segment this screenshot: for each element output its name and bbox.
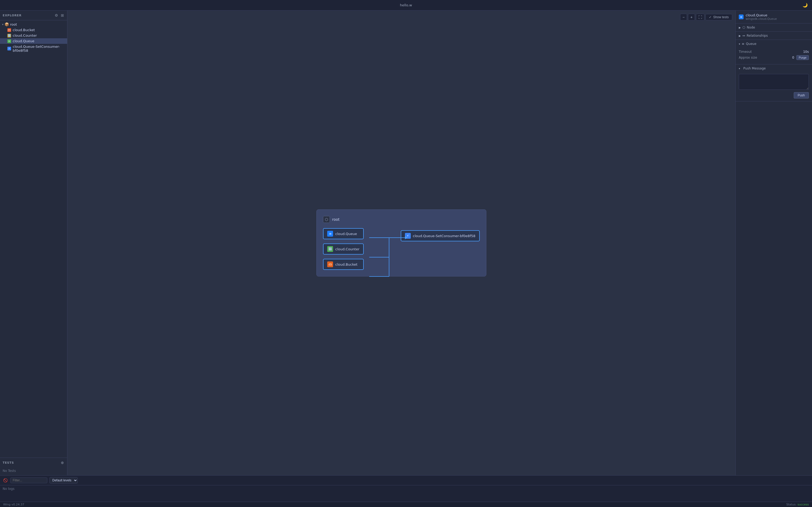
diagram-title: ⬡ root [323,216,479,223]
node-section-label: Node [747,25,755,29]
push-message-header[interactable]: ▾ Push Message [735,64,812,72]
node-consumer[interactable]: ⚡ cloud.Queue-SetConsumer-bf0e8f58 [401,230,480,241]
tree-item-queue-label: cloud.Queue [13,39,34,43]
top-bar: hello.w 🌙 [0,0,812,11]
bucket-node-label: cloud.Bucket [335,263,357,267]
canvas-diagram: ⬡ root [67,11,735,475]
bucket-icon: 🗃 [7,28,11,32]
explorer-settings-icon[interactable]: ⚙ [54,13,59,18]
queue-node-icon: ≡ [327,231,333,237]
consumer-node-icon: ⚡ [405,233,411,239]
show-tests-button[interactable]: ✓ Show tests [706,14,732,20]
app-title: hello.w [400,3,412,7]
log-content: No logs [0,485,812,502]
right-panel: ≡ cloud.Queue wingsdk.cloud.Queue ▶ ⬡ No… [735,11,812,475]
consumer-node-label: cloud.Queue-SetConsumer-bf0e8f58 [413,234,475,238]
bucket-node-icon: 🗃 [327,262,333,267]
tree-item-counter[interactable]: 🔢 cloud.Counter [0,33,67,38]
log-area: 🚫 Default levels No logs [0,475,812,502]
tree-root-item[interactable]: ▾ 📦 root [0,21,67,27]
relationships-section-header[interactable]: ▶ ↔ Relationships [735,32,812,40]
tests-add-icon[interactable]: ⊕ [60,460,64,465]
explorer-label: EXPLORER [3,14,22,17]
approx-size-value-row: 0 Purge [792,55,809,60]
fit-view-button[interactable]: ⛶ [696,14,704,20]
tree-item-consumer[interactable]: ⚡ cloud.Queue-SetConsumer-bf0e8f58 [0,44,67,53]
tree-item-consumer-label: cloud.Queue-SetConsumer-bf0e8f58 [13,45,65,53]
timeout-value: 10s [803,50,809,54]
zoom-out-button[interactable]: − [680,14,687,20]
tree-root-chevron: ▾ [2,23,3,26]
right-panel-title-group: cloud.Queue wingsdk.cloud.Queue [746,13,777,20]
tests-section: TESTS ⊕ No Tests [0,458,67,475]
no-tests-label: No Tests [0,467,67,475]
dark-mode-button[interactable]: 🌙 [803,3,808,8]
queue-section: ▾ ≡ Queue Timeout 10s Approx size 0 Purg… [735,40,812,64]
relationships-section: ▶ ↔ Relationships [735,32,812,40]
tree-root-icon: 📦 [4,22,9,26]
diagram-left-nodes: ≡ cloud.Queue 🔢 cloud.Counter 🗃 cloud.Bu… [323,228,363,270]
zoom-in-button[interactable]: + [688,14,695,20]
queue-icon: ≡ [7,39,11,43]
relationships-section-label: Relationships [747,34,768,38]
explorer-layout-icon[interactable]: ⊞ [60,13,64,18]
tests-label: TESTS [3,461,14,464]
sidebar: EXPLORER ⚙ ⊞ ▾ 📦 root 🗃 cloud.Bucket 🔢 c… [0,11,67,475]
consumer-wrapper: ⚡ cloud.Queue-SetConsumer-bf0e8f58 [364,228,480,270]
node-queue[interactable]: ≡ cloud.Queue [323,228,363,239]
queue-section-header[interactable]: ▾ ≡ Queue [735,40,812,48]
push-button[interactable]: Push [794,92,809,99]
relationships-chevron-icon: ▶ [739,34,741,37]
diagram-container: ⬡ root [316,209,486,277]
log-clear-button[interactable]: 🚫 [3,478,8,483]
node-counter[interactable]: 🔢 cloud.Counter [323,243,363,255]
log-toolbar: 🚫 Default levels [0,475,812,485]
diagram-wrapper: ≡ cloud.Queue 🔢 cloud.Counter 🗃 cloud.Bu… [323,228,479,270]
queue-section-content: Timeout 10s Approx size 0 Purge [735,48,812,64]
node-chevron-icon: ▶ [739,26,741,29]
diagram-root-label: root [332,217,339,222]
relationships-section-icon: ↔ [743,34,745,38]
tree-item-bucket[interactable]: 🗃 cloud.Bucket [0,27,67,33]
counter-node-label: cloud.Counter [335,247,359,251]
right-panel-title: cloud.Queue [746,13,777,17]
node-section-header[interactable]: ▶ ⬡ Node [735,23,812,32]
consumer-icon: ⚡ [7,47,11,50]
push-message-content: Push [735,72,812,101]
no-logs-label: No logs [3,487,14,491]
approx-size-label: Approx size [739,56,757,59]
timeout-label: Timeout [739,50,752,54]
right-panel-header: ≡ cloud.Queue wingsdk.cloud.Queue [735,11,812,23]
log-level-select[interactable]: Default levels [49,477,78,484]
queue-section-chevron-icon: ▾ [739,43,740,45]
tests-header[interactable]: TESTS ⊕ [0,458,67,467]
push-message-section: ▾ Push Message Push [735,64,812,101]
purge-button[interactable]: Purge [797,55,809,60]
status-label: Status: [786,503,797,506]
status-bar: Wing v0.24.37 Status: success [0,502,812,507]
status-value: success [798,503,809,506]
tree-item-bucket-label: cloud.Bucket [13,28,35,32]
push-message-label: Push Message [743,66,766,70]
counter-node-icon: 🔢 [327,246,333,252]
tree-root: ▾ 📦 root 🗃 cloud.Bucket 🔢 cloud.Counter … [0,20,67,54]
tree-item-counter-label: cloud.Counter [13,34,37,38]
explorer-header-icons: ⚙ ⊞ [54,13,64,18]
wing-version: Wing v0.24.37 [3,503,24,506]
queue-section-icon: ≡ [742,42,744,46]
log-filter-input[interactable] [10,477,47,483]
canvas-toolbar: − + ⛶ ✓ Show tests [680,14,732,20]
show-tests-icon: ✓ [709,15,712,19]
push-message-input[interactable] [739,74,809,90]
node-bucket[interactable]: 🗃 cloud.Bucket [323,259,363,270]
right-panel-subtitle: wingsdk.cloud.Queue [746,17,777,20]
counter-icon: 🔢 [7,34,11,38]
node-section: ▶ ⬡ Node [735,23,812,32]
right-panel-icon: ≡ [739,14,744,19]
queue-section-label: Queue [746,42,756,46]
approx-size-row: Approx size 0 Purge [739,55,809,60]
tree-item-queue[interactable]: ≡ cloud.Queue [0,38,67,44]
explorer-header: EXPLORER ⚙ ⊞ [0,11,67,20]
tree-root-label: root [10,22,17,26]
show-tests-label: Show tests [713,15,729,19]
